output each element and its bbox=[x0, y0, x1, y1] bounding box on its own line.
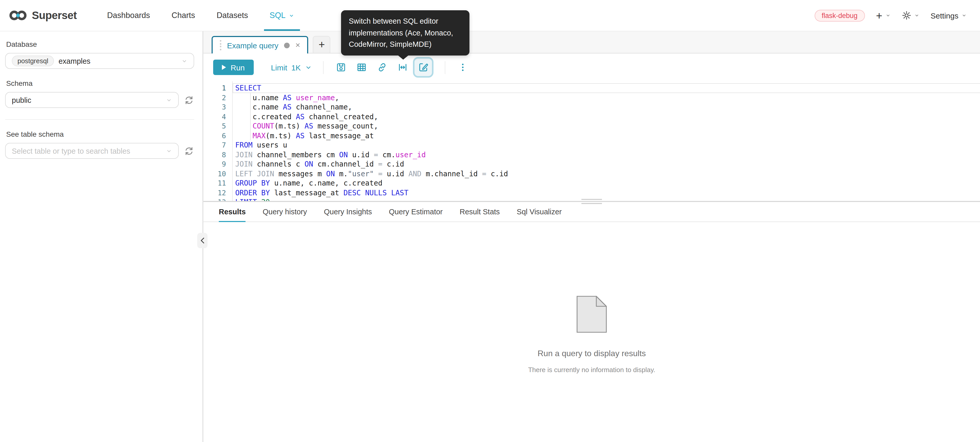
code-line-8[interactable]: 8JOIN channel_members cm ON u.id = cm.us… bbox=[204, 150, 980, 159]
nav-item-sql[interactable]: SQL bbox=[259, 0, 305, 31]
chevron-left-icon bbox=[200, 237, 205, 244]
theme-toggle-button[interactable] bbox=[902, 11, 920, 20]
results-tab-query-history[interactable]: Query history bbox=[263, 207, 307, 222]
nav-item-datasets[interactable]: Datasets bbox=[206, 0, 259, 31]
line-number: 12 bbox=[204, 188, 232, 197]
nav-item-label: SQL bbox=[270, 11, 286, 20]
code-line-7[interactable]: 7FROM users u bbox=[204, 140, 980, 150]
query-tab[interactable]: Example query × bbox=[212, 36, 309, 53]
limit-value: 1K bbox=[291, 63, 301, 72]
line-code: c.name AS channel_name, bbox=[232, 102, 352, 112]
line-number: 8 bbox=[204, 150, 232, 159]
sql-lab-sidebar: Database postgresql examples Schema publ… bbox=[0, 31, 204, 442]
sql-code-editor[interactable]: 1SELECT2 u.name AS user_name,3 c.name AS… bbox=[204, 81, 980, 201]
table-icon[interactable] bbox=[356, 62, 366, 72]
chevron-down-icon bbox=[289, 13, 294, 18]
results-tab-sql-visualizer[interactable]: Sql Visualizer bbox=[517, 207, 562, 222]
superset-logo[interactable]: Superset bbox=[8, 9, 77, 22]
line-code: JOIN channel_members cm ON u.id = cm.use… bbox=[232, 150, 426, 159]
switch-editor-button-highlighted[interactable] bbox=[413, 57, 433, 78]
line-number: 4 bbox=[204, 112, 232, 121]
resize-grip bbox=[581, 203, 602, 204]
line-code: LEFT JOIN messages m ON m."user" = u.id … bbox=[232, 169, 508, 178]
close-tab-icon[interactable]: × bbox=[295, 41, 300, 49]
code-line-2[interactable]: 2 u.name AS user_name, bbox=[204, 93, 980, 102]
code-line-6[interactable]: 6 MAX(m.ts) AS last_message_at bbox=[204, 131, 980, 140]
main-nav: DashboardsChartsDatasetsSQL bbox=[96, 0, 305, 31]
link-icon[interactable] bbox=[377, 62, 387, 72]
code-line-9[interactable]: 9JOIN channels c ON cm.channel_id = c.id bbox=[204, 159, 980, 169]
play-icon bbox=[222, 65, 226, 70]
chevron-down-icon bbox=[914, 13, 920, 18]
empty-state-title: Run a query to display results bbox=[538, 349, 646, 358]
line-number: 7 bbox=[204, 140, 232, 150]
code-line-4[interactable]: 4 c.created AS channel_created, bbox=[204, 112, 980, 121]
sql-editor-main: Example query × + Run Limit 1K bbox=[204, 31, 980, 442]
code-line-11[interactable]: 11GROUP BY u.name, c.name, c.created bbox=[204, 178, 980, 188]
sun-icon bbox=[902, 11, 911, 20]
line-code: FROM users u bbox=[232, 140, 287, 150]
schema-label: Schema bbox=[6, 79, 194, 88]
editor-results-resize-handle[interactable] bbox=[204, 201, 980, 202]
nav-item-dashboards[interactable]: Dashboards bbox=[96, 0, 161, 31]
plus-icon: + bbox=[876, 10, 882, 21]
line-code: JOIN channels c ON cm.channel_id = c.id bbox=[232, 159, 404, 169]
code-line-12[interactable]: 12ORDER BY last_message_at DESC NULLS LA… bbox=[204, 188, 980, 197]
save-icon[interactable] bbox=[336, 62, 346, 72]
empty-state-subtitle: There is currently no information to dis… bbox=[528, 366, 655, 373]
expand-width-icon[interactable] bbox=[397, 62, 407, 72]
refresh-tables-icon[interactable] bbox=[184, 146, 194, 156]
empty-document-icon bbox=[576, 295, 607, 333]
line-code: SELECT bbox=[232, 83, 261, 93]
code-line-5[interactable]: 5 COUNT(m.ts) AS message_count, bbox=[204, 121, 980, 131]
code-line-1[interactable]: 1SELECT bbox=[204, 83, 980, 93]
switch-editor-icon[interactable] bbox=[418, 62, 428, 72]
line-number: 5 bbox=[204, 121, 232, 131]
line-number: 9 bbox=[204, 159, 232, 169]
line-code: u.name AS user_name, bbox=[232, 93, 339, 102]
refresh-schema-icon[interactable] bbox=[184, 95, 194, 105]
new-item-button[interactable]: + bbox=[876, 10, 891, 21]
results-tab-result-stats[interactable]: Result Stats bbox=[460, 207, 500, 222]
table-select[interactable]: Select table or type to search tables bbox=[5, 143, 179, 159]
page-body: Database postgresql examples Schema publ… bbox=[0, 31, 980, 442]
results-tabs: ResultsQuery historyQuery InsightsQuery … bbox=[204, 202, 980, 222]
settings-label: Settings bbox=[931, 11, 958, 20]
results-empty-state: Run a query to display results There is … bbox=[204, 295, 980, 373]
results-panel: ResultsQuery historyQuery InsightsQuery … bbox=[204, 202, 980, 442]
line-code: GROUP BY u.name, c.name, c.created bbox=[232, 178, 382, 188]
table-schema-label: See table schema bbox=[6, 130, 194, 138]
tooltip-arrow bbox=[398, 55, 409, 59]
limit-label: Limit bbox=[271, 63, 287, 72]
nav-item-label: Datasets bbox=[216, 11, 248, 20]
query-tab-label: Example query bbox=[227, 41, 278, 49]
nav-item-charts[interactable]: Charts bbox=[161, 0, 206, 31]
code-line-3[interactable]: 3 c.name AS channel_name, bbox=[204, 102, 980, 112]
toolbar-divider bbox=[323, 61, 323, 74]
tooltip-text: Switch between SQL editor implementation… bbox=[349, 17, 453, 48]
line-number: 11 bbox=[204, 178, 232, 188]
drag-handle-icon[interactable] bbox=[220, 40, 221, 50]
results-tab-query-insights[interactable]: Query Insights bbox=[324, 207, 372, 222]
results-tab-query-estimator[interactable]: Query Estimator bbox=[389, 207, 443, 222]
schema-select[interactable]: public bbox=[5, 92, 179, 108]
more-vertical-icon[interactable] bbox=[457, 62, 468, 72]
code-line-10[interactable]: 10LEFT JOIN messages m ON m."user" = u.i… bbox=[204, 169, 980, 178]
database-select[interactable]: postgresql examples bbox=[5, 53, 194, 69]
line-number: 2 bbox=[204, 93, 232, 102]
navbar: Superset DashboardsChartsDatasetsSQL fla… bbox=[0, 0, 980, 31]
results-tab-results[interactable]: Results bbox=[219, 207, 246, 222]
settings-menu[interactable]: Settings bbox=[931, 11, 967, 20]
chevron-down-icon bbox=[166, 148, 172, 154]
database-select-value: examples bbox=[59, 57, 91, 65]
brand-name: Superset bbox=[32, 9, 77, 22]
navbar-right: flask-debug + Settings bbox=[815, 10, 967, 21]
unsaved-indicator-dot bbox=[284, 42, 290, 48]
row-limit-dropdown[interactable]: Limit 1K bbox=[271, 63, 312, 72]
run-query-button[interactable]: Run bbox=[213, 60, 253, 75]
toolbar-divider bbox=[445, 61, 445, 74]
new-tab-button[interactable]: + bbox=[313, 36, 331, 53]
schema-select-value: public bbox=[12, 96, 31, 104]
collapse-sidebar-button[interactable] bbox=[197, 233, 207, 248]
environment-badge: flask-debug bbox=[815, 10, 865, 21]
